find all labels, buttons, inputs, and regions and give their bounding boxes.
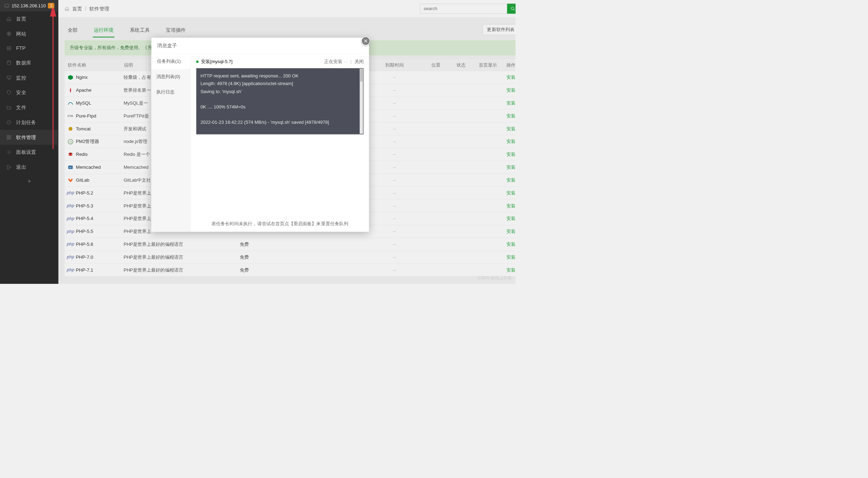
modal-sidebar: 任务列表(1)消息列表(0)执行日志 [151, 54, 191, 232]
log-line [200, 95, 359, 103]
log-line: HTTP request sent, awaiting response... … [200, 72, 359, 80]
watermark: CSDN @宛上荇菜 [478, 275, 512, 281]
modal-side-item[interactable]: 任务列表(1) [151, 54, 191, 69]
log-line: 2022-01-23 16:42:22 (574 MB/s) - 'mysql.… [200, 119, 359, 126]
log-line: 0K .... 100% 574M=0s [200, 103, 359, 111]
task-close-link[interactable]: 关闭 [355, 59, 364, 64]
task-status: 正在安装 · · [324, 59, 348, 64]
close-icon [364, 39, 368, 43]
install-log[interactable]: HTTP request sent, awaiting response... … [196, 68, 364, 134]
task-sep: | [350, 59, 351, 64]
modal-side-item[interactable]: 执行日志 [151, 84, 191, 100]
modal-close-button[interactable] [361, 37, 370, 46]
status-dot-icon [196, 60, 199, 63]
task-header: 安装[mysql-5.7] 正在安装 · · | 关闭 [196, 59, 364, 65]
log-line: Saving to: 'mysql.sh' [200, 88, 359, 95]
task-name: 安装[mysql-5.7] [201, 59, 232, 65]
log-scroll-thumb[interactable] [360, 69, 363, 82]
log-line: Length: 4978 (4.9K) [application/octet-s… [200, 80, 359, 88]
log-line [200, 111, 359, 119]
modal-main: 安装[mysql-5.7] 正在安装 · · | 关闭 HTTP request… [191, 54, 369, 232]
log-scrollbar[interactable] [360, 69, 363, 134]
modal-side-item[interactable]: 消息列表(0) [151, 69, 191, 84]
modal-tip: 若任务长时间未执行，请尝试在首页点【重启面板】来重置任务队列 [196, 217, 364, 227]
message-box-modal: 消息盒子 任务列表(1)消息列表(0)执行日志 安装[mysql-5.7] 正在… [151, 38, 369, 232]
modal-title: 消息盒子 [151, 38, 369, 54]
